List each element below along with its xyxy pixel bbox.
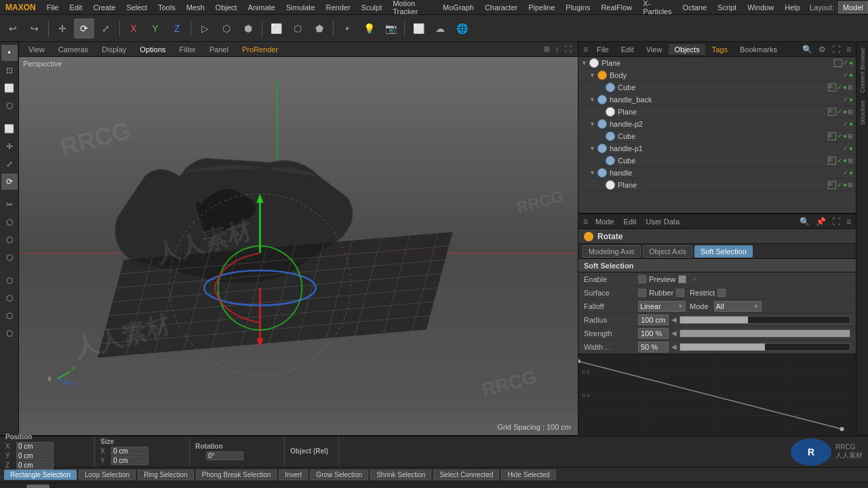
- prop-width-slider[interactable]: [679, 343, 850, 351]
- attr-pin-icon[interactable]: 📌: [814, 217, 828, 226]
- vp-tab-display[interactable]: Display: [96, 44, 132, 55]
- vp-tab-cameras[interactable]: Cameras: [53, 44, 94, 55]
- menu-select[interactable]: Select: [121, 2, 153, 13]
- obj-arrow-plane-root[interactable]: ▼: [581, 60, 588, 66]
- tool-points[interactable]: •: [1, 45, 18, 61]
- toolbar-z-axis[interactable]: Z: [167, 18, 187, 39]
- side-strip-content-browser[interactable]: Content Browser: [859, 45, 866, 96]
- obj-arrow-handle-p2[interactable]: ▼: [589, 121, 596, 127]
- bot-tool-5[interactable]: ⬡: [98, 485, 121, 488]
- menu-animate[interactable]: Animate: [242, 2, 280, 13]
- tool-smooth[interactable]: ⬡: [1, 290, 18, 306]
- toolbar-scale[interactable]: ⤢: [96, 18, 116, 39]
- obj-row-cube-1[interactable]: Cube ⊞ ✓ ● ⊞: [578, 81, 856, 94]
- tool-scale[interactable]: ⤢: [1, 156, 18, 172]
- tool-paint[interactable]: ⬡: [1, 308, 18, 324]
- menu-file[interactable]: File: [41, 2, 64, 13]
- tool-bridge[interactable]: ⬡: [1, 214, 18, 230]
- bot-tool-8[interactable]: ⬡: [169, 485, 192, 488]
- bot-tool-17[interactable]: ⬡: [382, 485, 406, 488]
- vp-tab-options[interactable]: Options: [134, 44, 171, 55]
- prop-surface-checkbox[interactable]: [638, 289, 646, 297]
- prop-mode-dropdown[interactable]: All ▼: [714, 301, 762, 312]
- menu-motion-tracker[interactable]: Motion Tracker: [387, 0, 437, 17]
- menu-script[interactable]: Script: [712, 2, 742, 13]
- prop-preview-checkbox[interactable]: [678, 275, 686, 283]
- sel-btn-invert[interactable]: Invert: [279, 470, 308, 480]
- obj-tab-view[interactable]: View: [641, 44, 668, 55]
- prop-radius-value[interactable]: 100 cm: [638, 314, 669, 325]
- attr-icon[interactable]: ≡: [581, 217, 590, 226]
- menu-create[interactable]: Create: [87, 2, 121, 13]
- toolbar-cube[interactable]: ⬜: [266, 18, 286, 39]
- obj-arrow-body[interactable]: ▼: [589, 72, 596, 79]
- sel-btn-connected[interactable]: Select Connected: [433, 470, 499, 480]
- menu-help[interactable]: Help: [779, 2, 806, 13]
- toolbar-undo[interactable]: ↩: [3, 18, 23, 39]
- menu-plugins[interactable]: Plugins: [560, 2, 595, 13]
- bot-tool-16[interactable]: ⬡: [359, 485, 382, 488]
- bot-tool-11[interactable]: ⬡: [240, 485, 263, 488]
- bot-tool-18[interactable]: ⬡: [406, 485, 429, 488]
- obj-arrow-handle-back[interactable]: ▼: [589, 96, 596, 103]
- obj-row-handle-p1[interactable]: ▼ handle-p1 ✓ ●: [578, 142, 856, 155]
- prop-strength-value[interactable]: 100 %: [638, 328, 669, 339]
- bot-tool-6[interactable]: ⬡: [121, 485, 144, 488]
- menu-mograph[interactable]: MoGraph: [437, 2, 479, 13]
- bot-tool-1[interactable]: ⬜: [3, 485, 26, 488]
- toolbar-floor[interactable]: ⬜: [408, 18, 429, 39]
- obj-manager-icon[interactable]: ≡: [581, 45, 590, 54]
- sel-btn-grow[interactable]: Grow Selection: [310, 470, 368, 480]
- sel-btn-loop[interactable]: Loop Selection: [79, 470, 136, 480]
- menu-mesh[interactable]: Mesh: [181, 2, 210, 13]
- pos-y-input[interactable]: [16, 451, 54, 460]
- toolbar-render-view[interactable]: ⬢: [238, 18, 258, 39]
- attr-mode-btn[interactable]: Mode: [591, 217, 618, 226]
- vp-tab-view[interactable]: View: [23, 44, 50, 55]
- sel-btn-ring[interactable]: Ring Selection: [138, 470, 193, 480]
- attr-userdata-btn[interactable]: User Data: [642, 217, 684, 226]
- prop-width-value[interactable]: 50 %: [638, 342, 669, 352]
- vp-tab-filter[interactable]: Filter: [174, 44, 201, 55]
- obj-tab-file[interactable]: File: [591, 44, 614, 55]
- pos-x-input[interactable]: [16, 442, 54, 451]
- tool-extrude[interactable]: ⬡: [1, 232, 18, 248]
- obj-row-handle[interactable]: ▼ handle ✓ ●: [578, 167, 856, 179]
- attr-tab-modeling-axis[interactable]: Modeling Axis: [583, 245, 641, 258]
- sel-btn-rectangle[interactable]: Rectangle Selection: [4, 470, 77, 480]
- obj-row-handle-back[interactable]: ▼ handle_back ✓ ●: [578, 94, 856, 106]
- toolbar-move[interactable]: ✛: [52, 18, 73, 39]
- toolbar-redo[interactable]: ↪: [24, 18, 45, 39]
- bot-tool-15[interactable]: ⬡: [335, 485, 358, 488]
- prop-restrict-checkbox[interactable]: [717, 289, 726, 297]
- bot-tool-13[interactable]: ⬡: [288, 485, 311, 488]
- tool-edges[interactable]: ⊡: [1, 62, 18, 79]
- size-x-input[interactable]: [111, 447, 149, 455]
- obj-row-plane-h[interactable]: Plane ⊞ ✓ ● ⊞: [578, 179, 856, 191]
- bot-tool-3[interactable]: ⬡: [50, 485, 73, 488]
- bot-tool-4[interactable]: ⬟: [74, 485, 97, 488]
- menu-tools[interactable]: Tools: [153, 2, 181, 13]
- menu-xparticles[interactable]: X-Particles: [637, 0, 677, 17]
- tool-weight[interactable]: ⬡: [1, 325, 18, 342]
- bot-tool-9[interactable]: ⬡: [193, 485, 216, 488]
- menu-object[interactable]: Object: [210, 2, 243, 13]
- obj-row-cube-2[interactable]: Cube ⊞ ✓ ● ⊞: [578, 130, 856, 142]
- obj-row-plane-root[interactable]: ▼ Plane ✓ ●: [578, 57, 856, 69]
- tool-bevel[interactable]: ⬡: [1, 249, 18, 266]
- tool-move[interactable]: ✛: [1, 138, 18, 155]
- obj-tab-tags[interactable]: Tags: [707, 44, 733, 55]
- menu-sculpt[interactable]: Sculpt: [356, 2, 388, 13]
- obj-tab-objects[interactable]: Objects: [669, 44, 705, 55]
- side-strip-structure[interactable]: Structure: [859, 98, 866, 128]
- toolbar-render-region[interactable]: ⬡: [216, 18, 237, 39]
- obj-search-icon[interactable]: 🔍: [800, 45, 814, 54]
- toolbar-sky[interactable]: ☁: [430, 18, 450, 39]
- tool-magnet[interactable]: ⬡: [1, 272, 18, 289]
- obj-row-body[interactable]: ▼ Body ✓ ●: [578, 69, 856, 81]
- tool-select-rect[interactable]: ⬜: [1, 121, 18, 137]
- menu-edit[interactable]: Edit: [64, 2, 87, 13]
- sel-btn-shrink[interactable]: Shrink Selection: [370, 470, 431, 480]
- toolbar-env[interactable]: 🌐: [452, 18, 472, 39]
- bot-tool-14[interactable]: ⬡: [311, 485, 334, 488]
